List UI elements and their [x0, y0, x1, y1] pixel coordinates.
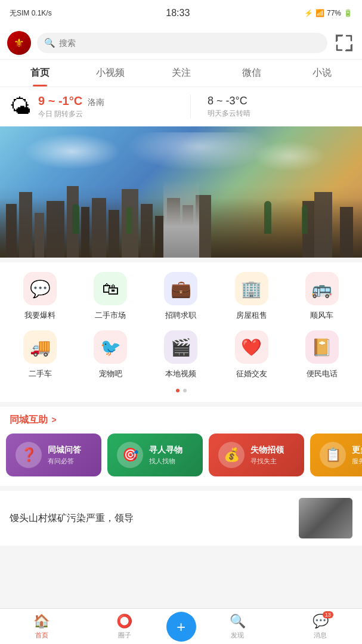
- scan-bracket-icon: [336, 35, 352, 51]
- xunren-text: 寻人寻物 找人找物: [149, 445, 182, 466]
- today-desc: 今日 阴转多云: [38, 109, 183, 119]
- baoliao-icon: 💬: [23, 272, 57, 305]
- shiwu-title: 失物招领: [250, 445, 284, 456]
- nav-tabs: 首页 小视频 关注 微信 小说: [0, 60, 362, 87]
- more-sub: 服务: [352, 457, 362, 466]
- battery-percent: 77%: [327, 9, 341, 17]
- nav-circle[interactable]: ⭕ 圈子: [83, 614, 166, 640]
- news-thumbnail: [299, 498, 352, 538]
- tc-card-shiwu[interactable]: 💰 失物招领 寻找失主: [209, 434, 304, 476]
- tc-card-xunren[interactable]: 🎯 寻人寻物 找人找物: [107, 434, 203, 476]
- weather-divider: [190, 95, 191, 119]
- icon-baoliao[interactable]: 💬 我要爆料: [10, 272, 70, 321]
- icon-zhunhun[interactable]: ❤️ 征婚交友: [222, 330, 281, 379]
- tongcheng-section-title[interactable]: 同城互助 >: [0, 407, 362, 431]
- tc-card-wenda[interactable]: ❓ 同城问答 有问必答: [6, 434, 101, 476]
- icon-video[interactable]: 🎬 本地视频: [151, 330, 211, 379]
- video-label: 本地视频: [165, 369, 196, 379]
- icon-ershou-car[interactable]: 🚚 二手车: [10, 330, 70, 379]
- icon-row-1: 💬 我要爆料 🛍 二手市场 💼 招聘求职 🏢 房屋租售 🚌 顺风车: [0, 272, 362, 321]
- ershou-label: 二手市场: [95, 310, 126, 321]
- weather-icon: 🌤: [10, 94, 31, 119]
- tab-home[interactable]: 首页: [5, 60, 75, 86]
- tab-novel[interactable]: 小说: [287, 60, 357, 86]
- scan-button[interactable]: [333, 32, 355, 54]
- ershouche-label: 二手车: [29, 369, 52, 379]
- zhunhun-label: 征婚交友: [236, 369, 267, 379]
- shunfengche-label: 顺风车: [310, 310, 333, 321]
- search-input[interactable]: [59, 38, 320, 48]
- circle-icon: ⭕: [116, 614, 132, 629]
- shiwu-icon: 💰: [218, 442, 245, 468]
- baoliao-label: 我要爆料: [24, 310, 55, 321]
- nav-home[interactable]: 🏠 首页: [0, 614, 83, 640]
- message-badge: 13: [323, 611, 333, 618]
- tab-wechat[interactable]: 微信: [216, 60, 287, 86]
- discover-icon: 🔍: [230, 614, 246, 629]
- bottom-nav: 🏠 首页 ⭕ 圈子 + 🔍 发现 💬 13 消息: [0, 608, 362, 644]
- tongcheng-title-text: 同城互助: [10, 414, 48, 425]
- wenda-icon: ❓: [16, 442, 42, 468]
- nav-add-button[interactable]: +: [166, 612, 196, 642]
- nav-messages[interactable]: 💬 13 消息: [279, 614, 362, 640]
- news-title: 馒头山村煤矿污染严重，领导: [10, 511, 292, 525]
- logo: ⚜: [7, 31, 31, 55]
- more-icon: 📋: [320, 442, 346, 468]
- icon-zhaopin[interactable]: 💼 招聘求职: [151, 272, 211, 321]
- icon-ershou-market[interactable]: 🛍 二手市场: [81, 272, 140, 321]
- tab-video[interactable]: 小视频: [75, 60, 146, 86]
- discover-label: 发现: [231, 631, 244, 640]
- tongcheng-arrow: >: [51, 415, 56, 425]
- fangwu-label: 房屋租售: [236, 310, 267, 321]
- add-icon: +: [177, 619, 185, 634]
- search-icon: 🔍: [44, 38, 55, 48]
- tc-card-more[interactable]: 📋 更多 服务: [310, 434, 362, 476]
- police-emblem-icon: ⚜: [14, 36, 24, 50]
- tomorrow-desc: 明天多云转晴: [208, 109, 352, 119]
- zhunhun-icon: ❤️: [235, 330, 268, 364]
- ershouche-icon: 🚚: [23, 330, 57, 364]
- home-label: 首页: [35, 631, 48, 640]
- xunren-title: 寻人寻物: [149, 445, 182, 456]
- icon-bianmin[interactable]: 📔 便民电话: [292, 330, 352, 379]
- bianmin-icon: 📔: [305, 330, 339, 364]
- nav-discover[interactable]: 🔍 发现: [196, 614, 279, 640]
- zhaopin-icon: 💼: [164, 272, 197, 305]
- message-badge-wrapper: 💬 13: [313, 614, 329, 629]
- bianmin-label: 便民电话: [307, 369, 338, 379]
- weather-today: 9 ~ -1°C 洛南 今日 阴转多云: [38, 94, 183, 119]
- banner[interactable]: [0, 126, 362, 258]
- dot-2: [183, 389, 187, 392]
- wenda-text: 同城问答 有问必答: [48, 445, 81, 466]
- zhaopin-label: 招聘求职: [165, 310, 196, 321]
- wenda-sub: 有问必答: [48, 457, 81, 466]
- tab-follow[interactable]: 关注: [146, 60, 216, 86]
- battery-area: ⚡ 📶 77% 🔋: [304, 9, 352, 17]
- sky-decoration: [0, 132, 362, 180]
- search-bar[interactable]: 🔍: [37, 33, 327, 53]
- circle-label: 圈子: [118, 631, 131, 640]
- xunren-sub: 找人找物: [149, 457, 182, 466]
- weather-bar: 🌤 9 ~ -1°C 洛南 今日 阴转多云 8 ~ -3°C 明天多云转晴: [0, 87, 362, 126]
- today-temp: 9 ~ -1°C: [38, 94, 82, 107]
- message-label: 消息: [314, 631, 327, 640]
- wifi-icon: 📶: [315, 9, 324, 17]
- carrier-signal: 无SIM 0.1K/s: [10, 8, 52, 18]
- battery-icon: 🔋: [344, 9, 352, 17]
- dot-1: [176, 389, 180, 392]
- more-text: 更多 服务: [352, 445, 362, 466]
- header: ⚜ 🔍: [0, 26, 362, 60]
- weather-tomorrow: 8 ~ -3°C 明天多云转晴: [198, 95, 352, 119]
- home-icon: 🏠: [33, 614, 49, 629]
- icon-chongwu[interactable]: 🐦 宠物吧: [81, 330, 140, 379]
- tongcheng-cards: ❓ 同城问答 有问必答 🎯 寻人寻物 找人找物 💰 失物招领 寻找失主 📋 更多: [0, 431, 362, 486]
- news-item[interactable]: 馒头山村煤矿污染严重，领导: [0, 491, 362, 546]
- fangwu-icon: 🏢: [235, 272, 268, 305]
- icon-shunfengche[interactable]: 🚌 顺风车: [292, 272, 352, 321]
- tomorrow-temp: 8 ~ -3°C: [208, 95, 352, 107]
- icon-fangwu[interactable]: 🏢 房屋租售: [222, 272, 281, 321]
- xunren-icon: 🎯: [117, 442, 143, 468]
- more-title: 更多: [352, 445, 362, 456]
- city-name: 洛南: [88, 97, 104, 107]
- shiwu-text: 失物招领 寻找失主: [250, 445, 284, 466]
